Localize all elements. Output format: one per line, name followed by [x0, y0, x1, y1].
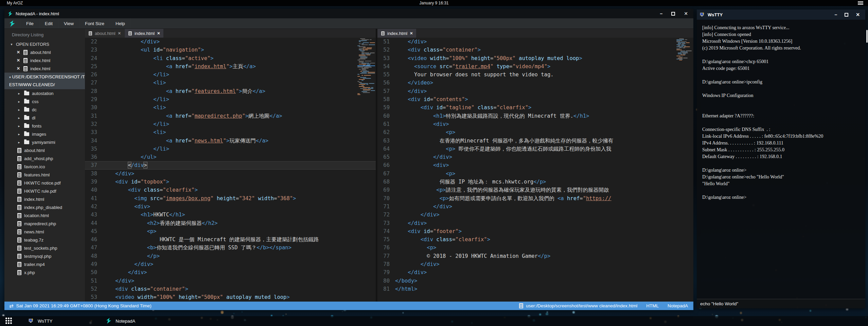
- code-editor-right[interactable]: 51 </div>52 <div class="container">53 <v…: [377, 38, 693, 302]
- file-icon: [23, 50, 28, 55]
- terminal-line: (c) 2019 Microsoft Corporation. All righ…: [702, 45, 860, 52]
- notepada-menubar: FileEditViewFont SizeHelp: [4, 18, 693, 29]
- tree-file-item[interactable]: news.html: [4, 228, 85, 236]
- root-path-label: USER:/DESKTOP/SCREENSHOT /TEST/WWW CLEAN…: [9, 74, 85, 87]
- tree-file-item[interactable]: features.html: [4, 171, 85, 179]
- status-file-path[interactable]: user:/Desktop/screenshot/test/www cleane…: [526, 303, 637, 308]
- tree-file-item[interactable]: test_sockets.php: [4, 244, 85, 252]
- menu-help[interactable]: Help: [110, 18, 131, 28]
- taskbar-item-wstty[interactable]: WsTTY: [24, 316, 57, 326]
- maximize-icon[interactable]: [671, 12, 675, 16]
- open-editors-label: OPEN EDITORS: [16, 42, 49, 47]
- maximize-icon[interactable]: [845, 13, 848, 17]
- code-line-35: 35 </li>: [85, 145, 376, 153]
- code-line-27: 27 <li>: [85, 79, 376, 87]
- minimize-icon[interactable]: –: [834, 12, 837, 17]
- tree-folder-item[interactable]: ▸fonts: [4, 122, 85, 130]
- terminal-line: Windows IP Configuration: [702, 92, 860, 99]
- open-editors-section[interactable]: ▾ OPEN EDITORS: [4, 40, 85, 48]
- page-scrollbar-thumb[interactable]: [866, 30, 868, 43]
- code-line-61: 61 <div>: [377, 120, 693, 128]
- tree-file-item[interactable]: add_vhost.php: [4, 154, 85, 162]
- file-icon: [23, 58, 28, 63]
- terminal-line: Connection-specific DNS Suffix . :: [702, 126, 860, 133]
- tree-folder-item[interactable]: ▸yamiyamimi: [4, 138, 85, 146]
- app-launcher-icon[interactable]: [5, 318, 13, 325]
- tree-file-item[interactable]: trailer.mp4: [4, 260, 85, 268]
- taskbar-item-notepada[interactable]: NotepadA: [101, 316, 140, 326]
- close-icon[interactable]: ✕: [16, 58, 21, 63]
- terminal-line: [702, 160, 860, 167]
- code-line-60: 60 <h1>特別為建築及鐵路而設，現代化的 Minecraft 世界.</h1…: [377, 112, 693, 120]
- tree-folder-item[interactable]: ▸images: [4, 130, 85, 138]
- open-editor-item[interactable]: ✕index.html: [4, 64, 85, 73]
- minimize-icon[interactable]: –: [660, 11, 662, 16]
- tab-about.html[interactable]: about.html✕: [85, 29, 124, 38]
- tree-folder-item[interactable]: ▸css: [4, 97, 85, 106]
- code-line-81: 81</html>: [377, 285, 693, 293]
- status-language[interactable]: HTML: [646, 303, 659, 308]
- close-icon[interactable]: ✕: [157, 31, 160, 36]
- code-line-57: 57 </div>: [377, 87, 693, 95]
- tree-folder-item[interactable]: ▸dc: [4, 106, 85, 114]
- tab-index.html[interactable]: index.html✕: [377, 29, 416, 38]
- terminal-line: [702, 119, 860, 126]
- tree-file-item[interactable]: teabag.7z: [4, 236, 85, 244]
- code-line-51: 51 </div>: [377, 38, 693, 46]
- menu-view[interactable]: View: [58, 18, 79, 28]
- tree-file-item[interactable]: x.php: [4, 268, 85, 276]
- sidebar-header: Directory Listing: [4, 29, 85, 40]
- open-editor-item[interactable]: ✕about.html: [4, 48, 85, 56]
- terminal-input[interactable]: echo "Hello World": [697, 299, 865, 308]
- code-line-51: 51 </div>: [85, 277, 376, 285]
- terminal-output[interactable]: [info] Conencting to arozos WsTTY servic…: [697, 20, 865, 299]
- terminal-line: Ethernet adapter ?A??????:: [702, 113, 860, 119]
- code-line-53: 53 <video width="100%" height="500px" au…: [377, 54, 693, 62]
- tree-file-item[interactable]: favicon.ico: [4, 162, 85, 171]
- code-line-76: 76 <p>: [377, 244, 693, 252]
- wstty-titlebar[interactable]: WsTTY – ✕: [697, 9, 865, 20]
- close-icon[interactable]: ✕: [118, 31, 121, 36]
- hamburger-menu-icon[interactable]: [858, 1, 863, 5]
- file-icon: [519, 303, 523, 308]
- close-icon[interactable]: ✕: [16, 66, 21, 71]
- code-line-78: 78 </div>: [377, 260, 693, 268]
- minimap-left[interactable]: [357, 38, 375, 95]
- minimap-right[interactable]: [675, 38, 693, 61]
- file-icon: [381, 31, 385, 35]
- status-timestamp: Sat Jan 09 2021 16:29:49 GMT+0800 (Hong …: [16, 303, 152, 308]
- tree-file-item[interactable]: location.html: [4, 211, 85, 219]
- code-line-36: 36 </ul>: [85, 153, 376, 161]
- tree-file-item[interactable]: index.php_disabled: [4, 203, 85, 211]
- taskbar-item-label: WsTTY: [38, 319, 52, 324]
- close-icon[interactable]: ✕: [856, 12, 860, 17]
- menu-font-size[interactable]: Font Size: [79, 18, 110, 28]
- tree-file-item[interactable]: mapredirect.php: [4, 219, 85, 228]
- terminal-line: Link-local IPv6 Address . . . . . : fe80…: [702, 133, 860, 140]
- tree-folder-item[interactable]: ▸autostation: [4, 89, 85, 97]
- open-editor-item[interactable]: ✕index.html: [4, 56, 85, 64]
- close-icon[interactable]: ✕: [410, 31, 413, 36]
- tree-file-item[interactable]: HKWTC notice.pdf: [4, 179, 85, 187]
- folder-icon: [24, 124, 29, 128]
- code-line-32: 32 </li>: [85, 120, 376, 128]
- tab-index.html[interactable]: index.html✕: [125, 29, 163, 38]
- tree-root-item[interactable]: ▾ USER:/DESKTOP/SCREENSHOT /TEST/WWW CLE…: [4, 73, 85, 89]
- statusbar: ⇄ Sat Jan 09 2021 16:29:49 GMT+0800 (Hon…: [4, 302, 693, 310]
- menu-edit[interactable]: Edit: [39, 18, 58, 28]
- tree-file-item[interactable]: HKWTC rule.pdf: [4, 187, 85, 195]
- notepada-titlebar[interactable]: NotepadA - index.html – ✕: [4, 9, 693, 18]
- close-icon[interactable]: ✕: [684, 11, 688, 16]
- close-icon[interactable]: ✕: [16, 50, 21, 55]
- menu-file[interactable]: File: [20, 18, 39, 28]
- sync-icon: ⇄: [9, 303, 14, 309]
- notepada-menubar-logo-icon[interactable]: [9, 20, 16, 27]
- tree-file-item[interactable]: index.html: [4, 195, 85, 203]
- terminal-line: [702, 85, 860, 92]
- terminal-line: Default Gateway . . . . . . . . . : 192.…: [702, 153, 860, 160]
- tree-folder-item[interactable]: ▸dl: [4, 114, 85, 122]
- tree-file-item[interactable]: testmysql.php: [4, 252, 85, 260]
- code-editor-left[interactable]: 22 </div>23 <ul id="navigation">24 <li c…: [85, 38, 376, 302]
- tree-file-item[interactable]: about.html: [4, 146, 85, 154]
- file-icon: [17, 197, 21, 202]
